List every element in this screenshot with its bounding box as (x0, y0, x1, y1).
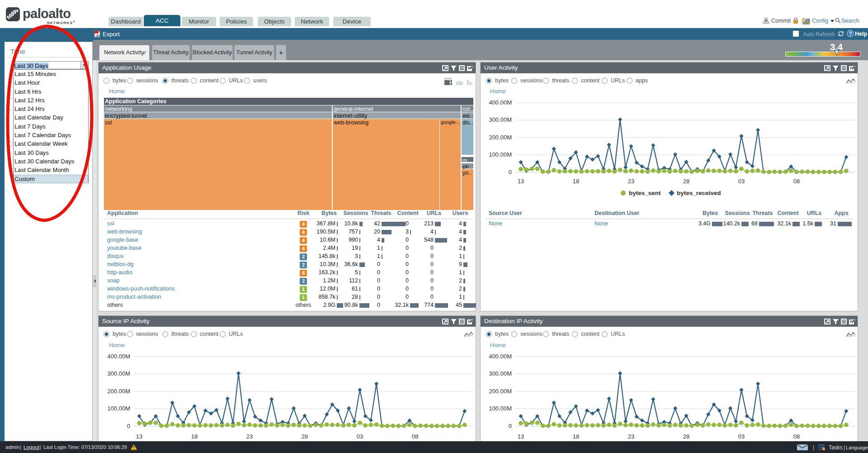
svg-text:23: 23 (628, 433, 634, 440)
svg-text:23: 23 (628, 178, 634, 185)
svg-text:08: 08 (412, 433, 418, 440)
svg-text:03: 03 (357, 433, 363, 440)
svg-text:13: 13 (518, 178, 524, 185)
svg-text:200.00M: 200.00M (489, 134, 512, 141)
svg-text:400.00M: 400.00M (489, 99, 512, 106)
svg-text:18: 18 (573, 433, 579, 440)
svg-text:200.00M: 200.00M (107, 388, 130, 395)
svg-text:100.00M: 100.00M (107, 405, 130, 412)
svg-text:13: 13 (136, 433, 142, 440)
svg-text:0: 0 (509, 423, 512, 429)
svg-text:08: 08 (793, 433, 800, 440)
svg-text:28: 28 (683, 433, 689, 440)
svg-text:300.00M: 300.00M (489, 370, 512, 377)
svg-text:100.00M: 100.00M (489, 151, 512, 158)
svg-text:100.00M: 100.00M (489, 405, 512, 412)
svg-text:200.00M: 200.00M (489, 388, 512, 395)
svg-text:23: 23 (246, 433, 253, 440)
svg-text:08: 08 (793, 178, 800, 185)
svg-text:300.00M: 300.00M (489, 116, 512, 123)
svg-text:28: 28 (302, 433, 308, 440)
svg-text:03: 03 (738, 433, 745, 440)
svg-text:18: 18 (191, 433, 198, 440)
svg-text:03: 03 (738, 178, 745, 185)
svg-text:28: 28 (683, 178, 689, 185)
svg-text:0: 0 (127, 423, 130, 429)
svg-text:18: 18 (573, 178, 579, 185)
svg-text:400.00M: 400.00M (489, 353, 512, 360)
svg-text:300.00M: 300.00M (107, 370, 130, 377)
svg-text:400.00M: 400.00M (107, 353, 130, 360)
svg-text:13: 13 (518, 433, 524, 440)
svg-text:?: ? (849, 31, 852, 36)
svg-text:0: 0 (509, 169, 512, 176)
